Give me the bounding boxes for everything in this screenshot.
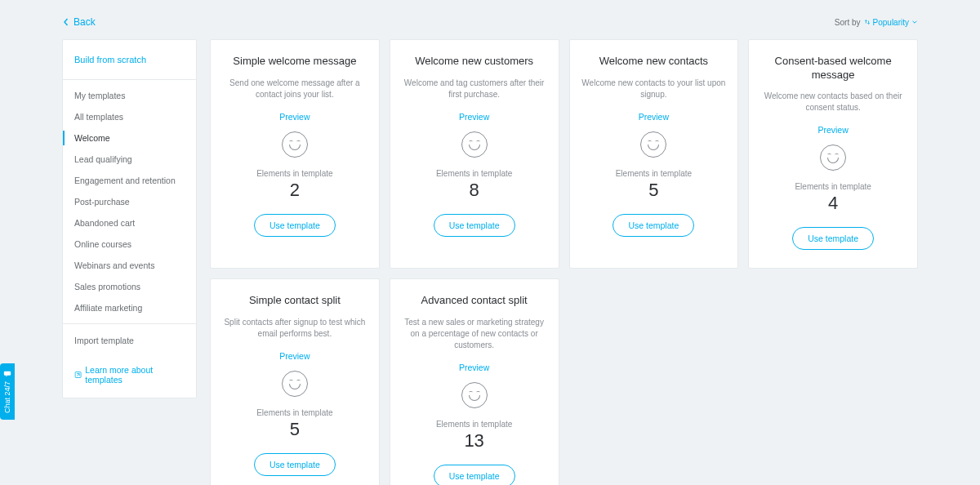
use-template-button[interactable]: Use template <box>434 465 515 485</box>
external-link-icon <box>74 371 82 379</box>
template-card: Welcome new contactsWelcome new contacts… <box>569 39 739 269</box>
smiley-icon <box>461 382 488 408</box>
card-description: Welcome new contacts based on their cons… <box>760 91 906 113</box>
smiley-icon <box>461 131 488 158</box>
sidebar-item[interactable]: Welcome <box>63 127 196 149</box>
preview-link[interactable]: Preview <box>279 351 310 361</box>
card-title: Simple welcome message <box>233 55 356 69</box>
sidebar-item[interactable]: All templates <box>63 106 196 127</box>
preview-link[interactable]: Preview <box>459 363 489 372</box>
elements-count: 8 <box>470 180 479 201</box>
sidebar-item[interactable]: Post-purchase <box>63 191 196 212</box>
build-from-scratch[interactable]: Build from scratch <box>63 40 196 79</box>
sort-value[interactable]: Popularity <box>864 18 918 27</box>
elements-label: Elements in template <box>436 169 512 178</box>
card-title: Advanced contact split <box>421 294 528 309</box>
preview-link[interactable]: Preview <box>279 112 310 122</box>
template-card: Advanced contact splitTest a new sales o… <box>390 278 559 485</box>
smiley-icon <box>282 371 308 397</box>
card-title: Simple contact split <box>249 294 341 309</box>
template-card: Welcome new customersWelcome and tag cus… <box>390 39 559 269</box>
chat-icon <box>3 370 11 378</box>
content: Simple welcome messageSend one welcome m… <box>210 39 918 485</box>
sidebar-item[interactable]: Sales promotions <box>63 276 196 297</box>
sidebar-item[interactable]: Online courses <box>63 234 196 255</box>
card-title: Welcome new contacts <box>599 55 708 69</box>
elements-label: Elements in template <box>436 420 512 429</box>
elements-count: 5 <box>290 419 300 440</box>
back-link[interactable]: Back <box>62 16 96 28</box>
chevron-left-icon <box>62 18 70 26</box>
card-description: Test a new sales or marketing strategy o… <box>402 317 547 351</box>
template-card: Simple contact splitSplit contacts after… <box>210 278 380 485</box>
sidebar-item[interactable]: Lead qualifying <box>63 149 196 170</box>
use-template-button[interactable]: Use template <box>254 453 336 476</box>
use-template-button[interactable]: Use template <box>612 214 694 237</box>
template-card: Simple welcome messageSend one welcome m… <box>210 39 380 269</box>
use-template-button[interactable]: Use template <box>792 227 874 250</box>
sort-by-label: Sort by <box>835 18 861 27</box>
use-template-button[interactable]: Use template <box>254 214 336 237</box>
card-description: Split contacts after signup to test whic… <box>222 317 368 340</box>
elements-label: Elements in template <box>256 169 332 178</box>
elements-count: 2 <box>290 180 300 201</box>
preview-link[interactable]: Preview <box>459 112 489 122</box>
elements-label: Elements in template <box>795 182 871 191</box>
learn-more-link[interactable]: Learn more about templates <box>63 357 196 398</box>
sidebar-categories: My templatesAll templatesWelcomeLead qua… <box>63 80 196 323</box>
preview-link[interactable]: Preview <box>817 125 848 135</box>
sidebar-item[interactable]: Affiliate marketing <box>63 297 196 318</box>
back-label: Back <box>74 16 96 28</box>
chat-tab[interactable]: Chat 24/7 <box>0 363 15 420</box>
elements-label: Elements in template <box>616 169 692 178</box>
template-card: Consent-based welcome messageWelcome new… <box>748 39 918 269</box>
sort-arrows-icon <box>864 19 871 25</box>
sidebar-item[interactable]: Abandoned cart <box>63 212 196 234</box>
import-template[interactable]: Import template <box>63 324 196 357</box>
svg-rect-1 <box>4 372 11 376</box>
use-template-button[interactable]: Use template <box>434 214 515 237</box>
template-grid: Simple welcome messageSend one welcome m… <box>210 39 918 485</box>
sidebar: Build from scratch My templatesAll templ… <box>62 39 197 398</box>
preview-link[interactable]: Preview <box>639 112 669 122</box>
sidebar-item[interactable]: Engagement and retention <box>63 170 196 191</box>
smiley-icon <box>820 145 846 171</box>
card-description: Welcome new contacts to your list upon s… <box>581 78 727 100</box>
topbar: Back Sort by Popularity <box>62 13 918 39</box>
smiley-icon <box>640 131 666 158</box>
card-title: Welcome new customers <box>415 55 533 69</box>
elements-label: Elements in template <box>256 408 332 417</box>
sort-control: Sort by Popularity <box>835 18 918 27</box>
elements-count: 13 <box>464 430 483 452</box>
elements-count: 5 <box>648 180 658 201</box>
sidebar-item[interactable]: Webinars and events <box>63 255 196 276</box>
elements-count: 4 <box>828 193 838 214</box>
sidebar-item[interactable]: My templates <box>63 85 196 106</box>
card-description: Welcome and tag customers after their fi… <box>402 78 547 100</box>
card-description: Send one welcome message after a contact… <box>222 78 368 100</box>
chevron-down-icon <box>911 19 918 25</box>
card-title: Consent-based welcome message <box>760 55 906 82</box>
smiley-icon <box>282 131 308 158</box>
